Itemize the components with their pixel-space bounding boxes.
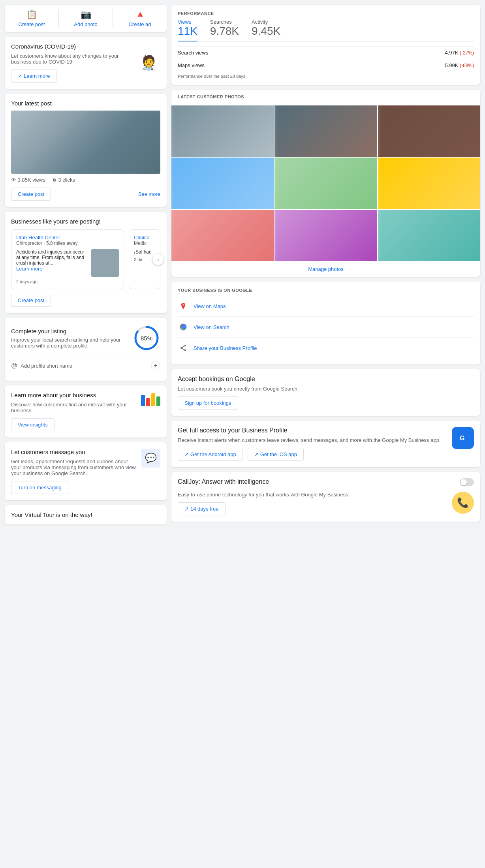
tab-activity[interactable]: Activity 9.45K: [252, 19, 280, 41]
bookings-description: Let customers book you directly from Goo…: [178, 386, 474, 392]
photo-2: [274, 105, 377, 157]
performance-tabs: Views 11K Searches 9.78K Activity 9.45K: [178, 19, 474, 41]
photo-5: [274, 158, 377, 209]
bookings-card: Accept bookings on Google Let customers …: [171, 369, 480, 416]
biz1-type: Chiropractor · 5.8 miles away: [16, 240, 119, 246]
view-search-row[interactable]: G View on Search: [178, 317, 474, 338]
businesses-title: Businesses like yours are posting!: [11, 218, 160, 225]
maps-icon: [178, 301, 189, 312]
calljoy-toggle[interactable]: [460, 478, 474, 486]
business-items: Utah Health Center Chiropractor · 5.8 mi…: [11, 229, 160, 289]
photo-9: [378, 210, 480, 261]
covid-icon: 🧑‍⚕️: [137, 51, 160, 75]
view-search-link[interactable]: View on Search: [194, 324, 229, 330]
turn-on-messaging-button[interactable]: Turn on messaging: [11, 481, 68, 494]
biz1-thumb: [91, 249, 119, 277]
add-photo-button[interactable]: 📷 Add photo: [59, 9, 113, 27]
sign-up-bookings-button[interactable]: Sign up for bookings: [178, 396, 238, 410]
biz2-text: ¡Sal hac: [134, 249, 155, 255]
tab-views[interactable]: Views 11K: [178, 19, 197, 41]
covid-card: Coronavirus (COVID-19) Let customers kno…: [5, 37, 167, 89]
calljoy-icon: 📞: [452, 492, 474, 514]
full-access-title: Get full access to your Business Profile: [178, 427, 447, 434]
bar-1: [141, 395, 145, 406]
manage-photos-link[interactable]: Manage photos: [308, 266, 344, 272]
view-maps-row[interactable]: View on Maps: [178, 296, 474, 317]
post-image: [11, 111, 160, 174]
photo-grid: [171, 105, 480, 261]
share-profile-link[interactable]: Share your Business Profile: [194, 345, 257, 351]
biz2-name[interactable]: Clínica: [134, 235, 155, 240]
bar-3: [151, 393, 155, 406]
listing-description: Improve your local search ranking and he…: [11, 337, 133, 349]
latest-post-create-button[interactable]: Create post: [11, 188, 51, 201]
performance-note: Performance over the past 28 days: [178, 74, 474, 79]
create-ad-label: Create ad: [128, 21, 151, 27]
businesses-card: Businesses like yours are posting! Utah …: [5, 212, 167, 313]
post-views: 👁 3.85K views: [11, 177, 45, 183]
listing-add-button[interactable]: +: [151, 361, 160, 370]
search-icon: G: [178, 321, 189, 333]
maps-views-row: Maps views 5.99K (-68%): [178, 59, 474, 71]
action-bar: 📋 Create post 📷 Add photo 🔺 Create ad: [5, 5, 167, 32]
calljoy-description: Easy-to-use phone technology for you tha…: [178, 492, 447, 498]
photo-3: [378, 105, 480, 157]
see-more-link[interactable]: See more: [138, 191, 160, 197]
calljoy-cta-button[interactable]: ↗14 days free: [178, 502, 226, 515]
businesses-create-post-button[interactable]: Create post: [11, 294, 51, 307]
search-views-label: Search views: [178, 50, 208, 56]
covid-title: Coronavirus (COVID-19): [11, 43, 137, 50]
bar-4: [156, 396, 160, 406]
customer-photos-card: LATEST CUSTOMER PHOTOS Manage photos: [171, 90, 480, 277]
create-ad-icon: 🔺: [135, 9, 145, 20]
listing-item-icon: @: [11, 362, 17, 369]
share-profile-row[interactable]: Share your Business Profile: [178, 338, 474, 358]
google-links-card: YOUR BUSINESS IS ON GOOGLE View on Maps: [171, 282, 480, 364]
add-photo-label: Add photo: [74, 21, 97, 27]
maps-views-change: (-68%): [460, 63, 474, 68]
svg-text:G: G: [460, 435, 464, 442]
get-android-button[interactable]: ↗Get the Android app: [178, 448, 243, 461]
add-photo-icon: 📷: [81, 9, 91, 20]
learn-more-description: Discover how customers find and interact…: [11, 402, 141, 413]
covid-learn-more-button[interactable]: ↗Learn more: [11, 70, 56, 83]
nav-arrow-button[interactable]: ›: [152, 254, 164, 265]
customer-photos-label: LATEST CUSTOMER PHOTOS: [178, 94, 474, 99]
post-stats: 👁 3.85K views 🖱 3 clicks: [11, 177, 160, 183]
covid-description: Let customers know about any changes to …: [11, 53, 137, 65]
view-insights-button[interactable]: View insights: [11, 418, 55, 431]
listing-title: Complete your listing: [11, 328, 133, 334]
listing-item: @ Add profile short name +: [11, 357, 160, 374]
virtual-tour-title: Your Virtual Tour is on the way!: [11, 511, 160, 518]
create-post-icon: 📋: [26, 9, 37, 20]
svg-line-6: [181, 346, 185, 348]
bookings-title: Accept bookings on Google: [178, 376, 474, 383]
listing-progress: 85%: [133, 324, 160, 352]
maps-views-value: 5.99K: [445, 62, 458, 68]
biz1-text: Accidents and injuries can occur at any …: [16, 249, 88, 277]
view-maps-link[interactable]: View on Maps: [194, 303, 226, 309]
biz1-name[interactable]: Utah Health Center: [16, 235, 119, 240]
create-post-label: Create post: [18, 21, 45, 27]
insights-chart: [141, 392, 160, 406]
learn-more-card: Learn more about your business Discover …: [5, 385, 167, 438]
tab-searches[interactable]: Searches 9.78K: [210, 19, 239, 41]
google-links-label: YOUR BUSINESS IS ON GOOGLE: [178, 288, 474, 293]
full-access-card: Get full access to your Business Profile…: [171, 421, 480, 467]
create-ad-button[interactable]: 🔺 Create ad: [113, 9, 167, 27]
share-icon: [178, 342, 189, 353]
latest-post-card: Your latest post 👁 3.85K views 🖱 3 click…: [5, 94, 167, 207]
create-post-button[interactable]: 📋 Create post: [5, 9, 59, 27]
get-ios-button[interactable]: ↗Get the iOS app: [248, 448, 304, 461]
learn-more-title: Learn more about your business: [11, 392, 141, 398]
gmb-app-icon: G: [452, 427, 474, 449]
biz1-learn-more[interactable]: Learn more: [16, 266, 42, 272]
listing-percent: 85%: [133, 324, 160, 352]
listing-item-label: Add profile short name: [21, 363, 72, 369]
maps-views-label: Maps views: [178, 62, 205, 68]
biz2-type: Medic: [134, 240, 155, 246]
photo-8: [274, 210, 377, 261]
messaging-card: Let customers message you Get leads, app…: [5, 442, 167, 500]
messaging-icon: 💬: [141, 449, 160, 468]
photo-6: [378, 158, 480, 209]
